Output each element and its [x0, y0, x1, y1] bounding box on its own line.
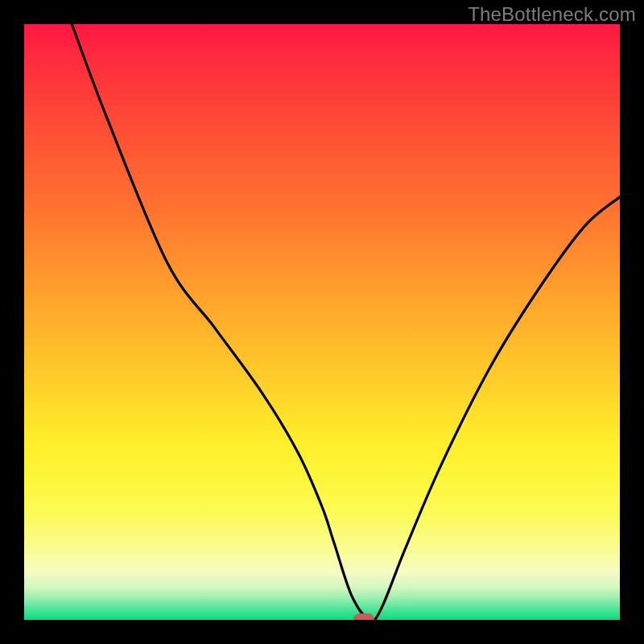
watermark-text: TheBottleneck.com — [468, 3, 636, 26]
optimum-marker — [353, 613, 374, 620]
bottleneck-curve — [24, 24, 620, 620]
plot-area — [24, 24, 620, 620]
curve-path — [72, 24, 620, 620]
chart-frame: TheBottleneck.com — [0, 0, 644, 644]
